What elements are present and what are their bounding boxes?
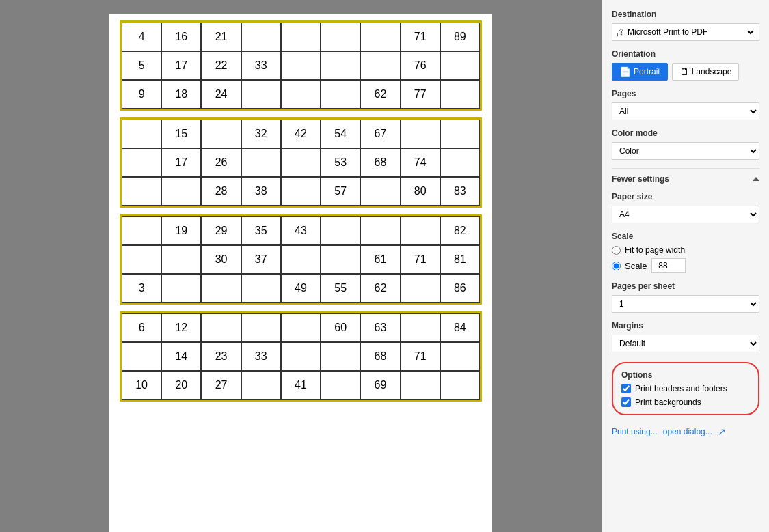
fit-to-page-label: Fit to page width [625,245,685,255]
cell: 17 [161,148,201,177]
cell [241,80,281,109]
cell [440,371,480,400]
destination-select-wrapper[interactable]: 🖨 Microsoft Print to PDF [612,23,759,41]
print-backgrounds-checkbox[interactable] [621,397,631,407]
cell [281,51,321,80]
scale-input-row: Scale [612,258,759,273]
cell: 62 [360,80,400,109]
cell: 19 [161,216,201,245]
cell: 71 [401,23,440,51]
bingo-card-2: 15 32 42 54 67 17 26 53 68 74 28 38 57 8… [120,117,482,208]
scale-label: Scale [612,232,759,241]
orientation-label: Orientation [612,49,759,59]
cell [440,80,480,109]
cell: 24 [201,80,241,109]
cell: 10 [122,371,161,400]
margins-select[interactable]: Default [612,335,759,352]
fit-to-page-row: Fit to page width [612,245,759,255]
cell: 71 [401,245,440,274]
cell [241,371,281,400]
fewer-settings-toggle[interactable]: Fewer settings [612,168,759,184]
cell: 27 [201,371,241,400]
cell: 71 [401,342,440,371]
portrait-icon: 📄 [619,66,631,77]
pages-label: Pages [612,89,759,98]
cell [201,274,241,303]
cell: 26 [201,148,241,177]
cell [440,148,480,177]
cell [241,148,281,177]
open-dialog-link[interactable]: open dialog... [663,427,712,436]
cell: 37 [241,245,281,274]
cell [281,23,321,51]
chevron-up-icon [753,177,759,181]
scale-number-input[interactable] [651,258,686,273]
orientation-group: 📄 Portrait 🗒 Landscape [612,63,759,81]
cell: 49 [281,274,321,303]
options-label: Options [621,370,750,380]
cell: 15 [161,120,201,148]
cell: 80 [401,177,440,206]
scale-radio[interactable] [612,262,621,270]
scale-radio-label: Scale [625,261,647,271]
cell: 6 [122,313,161,342]
pages-select[interactable]: All [612,102,759,120]
cell [241,274,281,303]
preview-area: 4 16 21 71 89 5 17 22 33 76 9 18 24 62 [0,0,602,532]
print-backgrounds-label: Print backgrounds [635,397,701,407]
cell: 5 [122,51,161,80]
cell [161,245,201,274]
cell: 32 [241,120,281,148]
cell [401,371,440,400]
cell [122,177,161,206]
cell [281,245,321,274]
cell [122,342,161,371]
cell: 69 [360,371,400,400]
cell: 55 [321,274,360,303]
cell [401,216,440,245]
options-section: Options Print headers and footers Print … [612,362,759,415]
fewer-settings-label: Fewer settings [612,174,669,184]
cell: 41 [281,371,321,400]
destination-select[interactable]: Microsoft Print to PDF [625,27,756,38]
cell [241,23,281,51]
color-mode-section: Color mode Color [612,128,759,160]
print-using-link[interactable]: Print using... [612,427,658,436]
cell [161,274,201,303]
cell [281,313,321,342]
paper-size-select[interactable]: A4 [612,206,759,223]
headers-footers-checkbox[interactable] [621,384,631,393]
landscape-button[interactable]: 🗒 Landscape [672,63,740,81]
fit-to-page-radio[interactable] [612,246,621,255]
cell: 35 [241,216,281,245]
page-content: 4 16 21 71 89 5 17 22 33 76 9 18 24 62 [109,14,492,532]
cell: 33 [241,342,281,371]
cell: 23 [201,342,241,371]
cell: 83 [440,177,480,206]
cell: 12 [161,313,201,342]
cell [360,51,400,80]
cell [122,120,161,148]
cell [122,148,161,177]
cell: 77 [401,80,440,109]
portrait-button[interactable]: 📄 Portrait [612,63,668,81]
cell [401,313,440,342]
cell: 84 [440,313,480,342]
cell: 67 [360,120,400,148]
cell [360,216,400,245]
color-mode-select[interactable]: Color [612,142,759,160]
cell [321,245,360,274]
printer-icon: 🖨 [615,27,625,38]
cell: 16 [161,23,201,51]
cell [440,51,480,80]
cell: 14 [161,342,201,371]
cell [401,274,440,303]
pages-section: Pages All [612,89,759,120]
cell [201,120,241,148]
margins-label: Margins [612,321,759,331]
cell: 68 [360,148,400,177]
pages-per-sheet-select[interactable]: 1 [612,295,759,313]
destination-section: Destination 🖨 Microsoft Print to PDF [612,10,759,41]
cell: 81 [440,245,480,274]
pages-per-sheet-section: Pages per sheet 1 [612,281,759,313]
